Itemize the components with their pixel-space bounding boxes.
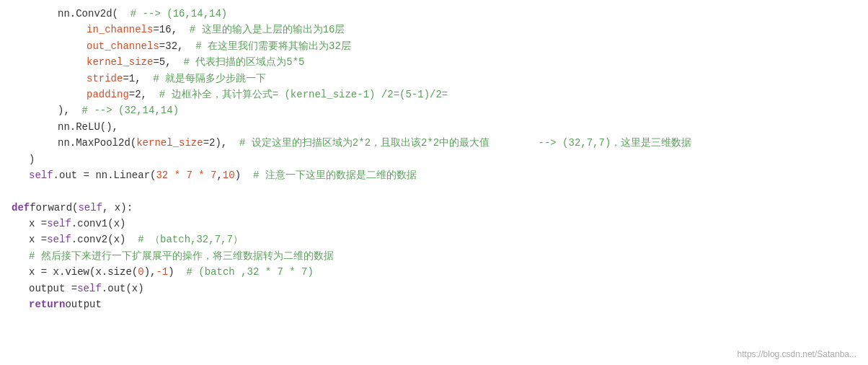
code-comment: # --> (16,14,14) — [118, 6, 227, 22]
code-comment: # 在这里我们需要将其输出为32层 — [195, 38, 351, 54]
code-self: self — [78, 200, 102, 216]
code-text: =1, — [123, 71, 153, 87]
code-line-18: output = self.out(x) — [0, 281, 868, 296]
code-text: ) — [235, 167, 253, 183]
code-attr: in_channels — [87, 22, 153, 38]
code-text: =32, — [159, 38, 195, 54]
code-text: ) — [168, 264, 186, 280]
return-keyword: return — [29, 296, 65, 312]
code-attr: kernel_size — [87, 54, 153, 70]
code-line-10: ) — [0, 151, 868, 167]
code-comment: # 然后接下来进行一下扩展展平的操作，将三维数据转为二维的数据 — [29, 248, 334, 264]
code-comment: # （batch,32,7,7） — [138, 232, 243, 247]
code-comment: # 注意一下这里的数据是二维的数据 — [253, 167, 417, 183]
code-self: self — [29, 167, 53, 183]
code-line-9: nn.MaxPool2d(kernel_size=2), # 设定这里的扫描区域… — [0, 135, 868, 151]
code-text: .conv2(x) — [71, 232, 138, 247]
def-keyword: def — [12, 200, 30, 216]
code-editor: nn.Conv2d( # --> (16,14,14) in_channels=… — [0, 0, 868, 365]
code-text: =2, — [129, 87, 159, 102]
code-attr: stride — [87, 71, 123, 87]
code-text: ) — [29, 151, 35, 167]
code-text: nn.Conv2d( — [58, 6, 118, 22]
code-line-13: def forward(self, x): — [0, 200, 868, 216]
code-line-5: stride=1, # 就是每隔多少步跳一下 — [0, 71, 868, 87]
code-text: =2), — [203, 135, 239, 151]
code-text: =5, — [153, 54, 183, 70]
code-comment: # 设定这里的扫描区域为2*2，且取出该2*2中的最大值 --> (32,7,7… — [239, 135, 691, 151]
code-line-15: x = self.conv2(x) # （batch,32,7,7） — [0, 232, 868, 247]
code-text: nn.ReLU(), — [58, 119, 118, 135]
code-text: x = x.view(x.size( — [29, 264, 138, 280]
code-text: .out = nn.Linear( — [53, 167, 156, 183]
code-line-2: in_channels=16, # 这里的输入是上层的输出为16层 — [0, 22, 868, 38]
code-line-1: nn.Conv2d( # --> (16,14,14) — [0, 6, 868, 22]
code-self: self — [47, 232, 71, 247]
code-text: ), — [58, 102, 82, 118]
code-text: x = — [29, 232, 47, 247]
code-text: =16, — [153, 22, 189, 38]
code-line-16: # 然后接下来进行一下扩展展平的操作，将三维数据转为二维的数据 — [0, 248, 868, 264]
code-text: .conv1(x) — [71, 216, 126, 232]
code-line-7: ), # --> (32,14,14) — [0, 102, 868, 118]
code-text: forward( — [30, 200, 78, 216]
code-line-14: x = self.conv1(x) — [0, 216, 868, 232]
code-num: 10 — [223, 167, 235, 183]
watermark: https://blog.csdn.net/Satanba... — [738, 349, 856, 359]
code-self: self — [77, 281, 102, 296]
code-comment: # 这里的输入是上层的输出为16层 — [190, 22, 345, 38]
code-line-19: return output — [0, 296, 868, 312]
code-line-17: x = x.view(x.size(0), -1) # (batch ,32 *… — [0, 264, 868, 280]
code-attr: padding — [87, 87, 129, 102]
code-text: x = — [29, 216, 47, 232]
code-line-3: out_channels=32, # 在这里我们需要将其输出为32层 — [0, 38, 868, 54]
code-comment: # 边框补全，其计算公式= (kernel_size-1) /2=(5-1)/2… — [159, 87, 448, 102]
code-text: , — [216, 167, 222, 183]
code-attr: 32 * 7 * 7 — [156, 167, 216, 183]
code-self: self — [47, 216, 71, 232]
code-line-empty — [0, 183, 868, 199]
code-line-6: padding=2, # 边框补全，其计算公式= (kernel_size-1)… — [0, 87, 868, 102]
code-line-4: kernel_size=5, # 代表扫描的区域点为5*5 — [0, 54, 868, 70]
code-line-8: nn.ReLU(), — [0, 119, 868, 135]
code-text: output = — [29, 281, 77, 296]
code-comment: # 代表扫描的区域点为5*5 — [183, 54, 304, 70]
code-comment: # (batch ,32 * 7 * 7) — [186, 264, 313, 280]
code-text: ), — [144, 264, 156, 280]
code-comment: # --> (32,14,14) — [82, 102, 179, 118]
code-num: 0 — [138, 264, 143, 280]
code-comment: # 就是每隔多少步跳一下 — [153, 71, 266, 87]
code-attr: kernel_size — [136, 135, 203, 151]
code-text: nn.MaxPool2d( — [58, 135, 136, 151]
code-num: -1 — [156, 264, 168, 280]
code-line-11: self.out = nn.Linear(32 * 7 * 7, 10) # 注… — [0, 167, 868, 183]
code-text: output — [65, 296, 101, 312]
code-attr: out_channels — [87, 38, 159, 54]
code-text: , x): — [102, 200, 133, 216]
code-text: .out(x) — [102, 281, 144, 296]
